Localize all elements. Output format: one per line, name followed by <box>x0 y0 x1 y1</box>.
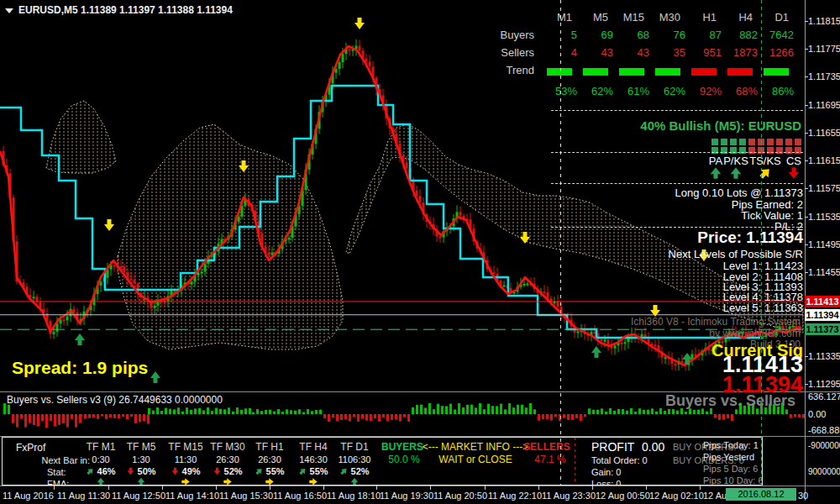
fma-arrow <box>223 477 233 486</box>
bear-candle <box>406 162 408 168</box>
sub2-axis-label: 90000000 <box>808 467 840 476</box>
sellers-bar <box>122 414 124 417</box>
sellers-bar <box>92 414 95 417</box>
time-axis-label: 12 Aug 00:50 <box>596 491 650 501</box>
buyers-bar <box>156 407 159 414</box>
bull-candle <box>154 306 156 308</box>
sellers-bar <box>575 414 578 418</box>
buy-arrow-icon <box>75 333 85 345</box>
buyers-bar <box>269 410 271 414</box>
buyers-bar <box>424 407 427 414</box>
time-axis-label: 11 Aug 12:50 <box>112 491 165 501</box>
time-tick <box>538 486 539 490</box>
sellers-bar <box>399 414 402 422</box>
tf-table-corner <box>470 82 546 100</box>
price-axis-label: 1.11495 <box>808 239 840 249</box>
time-tick <box>485 486 486 490</box>
trend-bar-up <box>583 68 608 76</box>
time-tick <box>216 486 217 490</box>
position-line: Long 0.10 Lots @ 1.11373 <box>675 186 803 199</box>
sellers-bar <box>391 414 393 420</box>
buyers-bar <box>693 410 696 414</box>
bull-candle <box>191 281 193 284</box>
time-tick <box>108 486 109 490</box>
bull-candle <box>201 271 203 273</box>
price-axis-label: 1.11775 <box>808 44 840 54</box>
timeframe-table: M1M5M15M30H1H4D1Buyers5696876878827642Se… <box>470 8 799 100</box>
tf-button: TF M30 <box>210 441 244 453</box>
gain: Gain: 0 <box>591 467 621 477</box>
watermark-line: Ichi360 V8 - Ichimoku Trading System <box>465 316 801 328</box>
sellers-bar <box>386 414 389 421</box>
buyers-bar <box>290 410 292 414</box>
sellers-bar <box>54 414 56 427</box>
buyers-bar <box>601 408 603 414</box>
buyers-bar <box>706 412 708 414</box>
buyers-bar <box>685 412 687 414</box>
time-axis-label: 11 Aug 16:50 <box>273 491 327 501</box>
buyers-row-label: Buyers <box>470 26 546 44</box>
sellers-bar <box>567 414 570 420</box>
next-bar-value: 26:30 <box>258 454 281 465</box>
bear-candle <box>459 212 462 215</box>
bear-candle <box>130 279 133 281</box>
signal-arrow <box>709 166 722 182</box>
buyers-bar <box>412 407 414 414</box>
sellers-bar <box>550 414 553 421</box>
sellers-bar <box>84 414 87 419</box>
sellers-bar <box>563 414 565 418</box>
buy-arrow-icon <box>682 353 692 365</box>
time-axis-label: 11 Aug 20:50 <box>433 491 487 501</box>
trend-bar-up <box>764 68 789 76</box>
sellers-bar <box>365 414 368 421</box>
pips-stat: Pips 5 Day: 6 <box>703 464 758 474</box>
bear-candle <box>419 196 422 202</box>
time-axis-label: 11 Aug 15:30 <box>219 491 273 501</box>
time-tick <box>700 486 701 490</box>
watermark-line: by www.ichi360.com <box>465 328 801 339</box>
buyers-bar <box>622 409 624 414</box>
divider <box>551 152 803 153</box>
profit-value: 0.00 <box>642 440 664 454</box>
pips-stat: Pips Yesterd <box>703 452 754 462</box>
trend-row-label: Trend <box>470 61 546 82</box>
fma-row-label: FMA: <box>47 479 69 486</box>
fma-arrow <box>137 477 146 486</box>
bear-candle <box>675 364 677 365</box>
buyers-bar <box>512 407 515 414</box>
buyers-bar <box>186 407 188 414</box>
time-axis-label: 11 Aug 11:30 <box>57 491 110 501</box>
sellers-bar <box>722 414 725 420</box>
buyers-bar <box>454 410 456 414</box>
fma-arrow <box>181 477 191 486</box>
time-axis-label: 11 Aug 2016 <box>3 491 54 501</box>
buyers-bar <box>651 408 654 414</box>
trend-percent: 92% <box>690 82 727 100</box>
trend-percent: 68% <box>727 82 763 100</box>
trend-cell <box>690 61 727 82</box>
buyers-bar <box>470 405 473 414</box>
bear-candle <box>349 50 351 51</box>
sellers-bar <box>395 414 397 420</box>
sellers-bar <box>323 414 326 418</box>
buyers-bar <box>437 404 439 414</box>
trend-percent: 62% <box>654 82 690 100</box>
fxprof-panel: FxProfNext Bar in:Stat:FMA:TF M1TF M5TF … <box>2 437 763 486</box>
buyers-bar <box>416 405 418 414</box>
buyers-bar <box>260 411 263 414</box>
sell-arrow-icon <box>354 18 365 29</box>
chart-menu-icon[interactable] <box>5 8 13 13</box>
sr-title: Next Levels of Possible S/R <box>669 248 803 260</box>
bear-candle <box>268 253 270 255</box>
sellers-bar <box>580 414 582 421</box>
diag-arrow-icon <box>86 467 94 475</box>
tf-column-header: M1 <box>546 8 582 26</box>
trend-cell <box>763 61 799 82</box>
sellers-count: 43 <box>582 44 618 61</box>
sellers-bar <box>714 414 717 418</box>
buyers-bar <box>458 403 460 414</box>
buyers-bar <box>194 408 197 414</box>
buyers-bar <box>643 410 645 414</box>
up-arrow-icon <box>350 477 360 486</box>
bear-candle <box>359 46 361 51</box>
